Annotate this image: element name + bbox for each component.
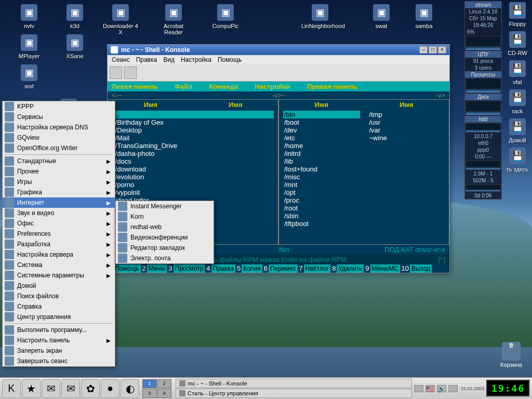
menu-item[interactable]: Настроить панель▶ (3, 335, 115, 345)
clock[interactable]: 19:46 (486, 380, 530, 397)
task-button[interactable]: mc - ~ - Shell - Konsole (176, 379, 412, 388)
menu-item[interactable]: OpenOffice.org Writer (3, 143, 115, 153)
menu-item[interactable]: Центр управления (3, 312, 115, 322)
mc-file-item[interactable]: /evolution (112, 173, 274, 181)
mc-fkey[interactable]: Перемес (269, 264, 298, 273)
menu-item[interactable]: Помощь (218, 56, 242, 63)
desktop-icon[interactable]: 💾vfat (504, 60, 531, 85)
launcher-button[interactable]: ◐ (121, 379, 139, 398)
menu-item[interactable]: Системные параметры▶ (3, 270, 115, 281)
menu-item[interactable]: Настройка сервера DNS (3, 122, 115, 132)
mc-file-item[interactable]: /Mail (112, 134, 274, 142)
mc-fkey[interactable]: Копия (242, 264, 262, 273)
menu-item[interactable]: Прочее▶ (3, 166, 115, 177)
mc-fkey[interactable]: Просмотр (174, 264, 205, 273)
desktop-icon[interactable]: 💾ть здесь (504, 148, 531, 172)
menu-item[interactable]: Видеоконференции (116, 232, 214, 243)
menu-item[interactable]: Редактор закладок (116, 243, 214, 253)
launcher-button[interactable]: ✉ (61, 379, 80, 398)
maximize-button[interactable]: □ (429, 46, 437, 54)
desktop-icon[interactable]: ▣k3d (56, 4, 94, 29)
mc-menu-item[interactable]: Файл (175, 83, 193, 90)
pager-desktop[interactable]: 2 (157, 379, 172, 389)
tray-icon[interactable] (414, 385, 423, 392)
mc-file-item[interactable]: /bin (283, 111, 360, 118)
mc-file-item[interactable]: /opt (283, 189, 360, 196)
mc-fkey[interactable]: Меню (147, 264, 167, 273)
mc-file-item[interactable]: /root (283, 204, 360, 212)
mc-file-item[interactable]: /boot (283, 118, 360, 126)
close-button[interactable]: × (438, 46, 446, 54)
mc-file-item[interactable]: /etc (283, 134, 360, 142)
mc-file-item[interactable]: /tmp (368, 111, 445, 118)
menu-item[interactable]: Сеанс (112, 56, 130, 63)
menu-item[interactable]: Выполнить программу... (3, 325, 115, 335)
mc-file-item[interactable]: /lib (283, 157, 360, 165)
mc-file-item[interactable]: /porno (112, 181, 274, 189)
mc-menu-item[interactable]: Настройки (255, 83, 290, 90)
mc-menu-item[interactable]: Левая панель (112, 83, 158, 90)
mc-file-item[interactable]: ~wine (368, 134, 445, 142)
task-button[interactable]: Стиль - Центр управления (176, 389, 412, 398)
mc-file-item[interactable]: /vypolnit (112, 189, 274, 196)
menu-item[interactable]: Игры▶ (3, 177, 115, 187)
launcher-button[interactable]: ★ (22, 379, 41, 398)
desktop-icon[interactable]: ▣CompuPic (207, 4, 244, 29)
desktop-icon[interactable]: ▣Acrobat Reader (155, 4, 192, 35)
mc-file-item[interactable]: /Birthday of Gex (112, 118, 274, 126)
launcher-button[interactable]: ● (101, 379, 119, 398)
menu-item[interactable]: Справка (3, 301, 115, 312)
desktop-icon[interactable]: ▣nvtv (10, 4, 48, 29)
menu-item[interactable]: Домой (3, 281, 115, 291)
mc-file-item[interactable]: /.. (112, 111, 274, 118)
menu-item[interactable]: Звук и видео▶ (3, 208, 115, 218)
desktop-icon[interactable]: 💾CD-RW (504, 31, 531, 56)
menu-item[interactable]: Поиск файлов (3, 291, 115, 301)
mc-file-item[interactable]: /download (112, 165, 274, 173)
desktop-icon[interactable]: ▣swat (363, 4, 400, 29)
desktop-icon[interactable]: ▣XSane (56, 34, 94, 59)
mc-fkey[interactable]: МенюМС (370, 264, 400, 273)
mc-file-item[interactable]: /usr (368, 118, 445, 126)
flag-icon[interactable]: 🇺🇸 (425, 385, 435, 392)
mc-file-item[interactable]: /dev (283, 126, 360, 134)
menu-item[interactable]: Instant Messenger (116, 201, 214, 211)
mc-fkey[interactable]: НвКтлог (304, 264, 330, 273)
menu-item[interactable]: redhat-web (116, 222, 214, 232)
volume-icon[interactable]: 🔊 (437, 385, 446, 392)
menu-item[interactable]: Настройка (181, 56, 211, 63)
mc-fkey[interactable]: Выход (410, 264, 432, 273)
mc-file-item[interactable]: /home (283, 142, 360, 150)
toolbar-button[interactable] (124, 66, 137, 79)
mc-file-item[interactable]: /lost+found (283, 165, 360, 173)
desktop-icon[interactable]: ▣snd (10, 64, 48, 89)
mc-file-item[interactable]: /Desktop (112, 126, 274, 134)
menu-item[interactable]: Разработка▶ (3, 239, 115, 249)
menu-item[interactable]: Настройка сервера▶ (3, 249, 115, 260)
mc-fkey[interactable]: Правка (211, 264, 236, 273)
menu-item[interactable]: Электр. почта (116, 253, 214, 263)
menu-item[interactable]: Korn (116, 211, 214, 222)
pager-desktop[interactable]: 4 (157, 389, 172, 398)
mc-file-item[interactable]: /dasha-photo (112, 150, 274, 157)
desktop-icon[interactable]: 💾rack (504, 89, 531, 114)
mc-menu-item[interactable]: Правая панель (307, 83, 357, 90)
desktop-icon[interactable]: ▣Downloader 4 X (102, 4, 139, 35)
menu-item[interactable]: Сервисы (3, 112, 115, 122)
tray-icon[interactable] (448, 385, 458, 392)
mc-file-item[interactable]: /mnt (283, 181, 360, 189)
mc-fkey[interactable]: Помощь (113, 264, 140, 273)
menu-item[interactable]: Правка (136, 56, 157, 63)
desktop-icon[interactable]: 💾Домой (504, 118, 531, 143)
pager-desktop[interactable]: 1 (142, 379, 157, 389)
menu-item[interactable]: Офис▶ (3, 218, 115, 229)
menu-item[interactable]: Preferences▶ (3, 229, 115, 239)
trash-icon[interactable]: 🗑 Корзина (496, 342, 527, 368)
mc-menu-item[interactable]: Команда (209, 83, 238, 90)
desktop-icon[interactable]: 💾Floppy (504, 2, 531, 27)
toolbar-button[interactable] (110, 66, 122, 79)
launcher-button[interactable]: ✉ (42, 379, 60, 398)
mc-file-item[interactable]: /tftpboot (283, 220, 360, 228)
desktop-icon[interactable]: ▣samba (405, 4, 443, 29)
desktop-icon[interactable]: ▣MPlayer (10, 34, 48, 59)
